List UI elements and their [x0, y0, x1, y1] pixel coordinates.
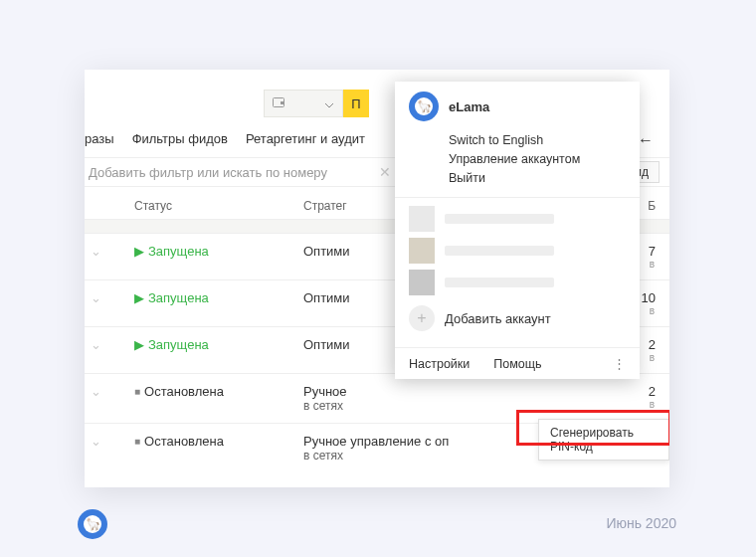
account-name: eLama — [449, 99, 489, 114]
manage-account-link[interactable]: Управление аккаунтом — [449, 152, 626, 166]
play-icon: ▶ — [134, 290, 144, 305]
topbar: П — [264, 90, 369, 117]
stop-icon: ■ — [134, 386, 140, 397]
filter-placeholder: Добавить фильтр или искать по номеру — [89, 165, 327, 180]
tab-retargeting[interactable]: Ретаргетинг и аудит — [246, 131, 365, 146]
play-icon: ▶ — [134, 337, 144, 352]
app-card: П разы Фильтры фидов Ретаргетинг и аудит… — [85, 70, 669, 487]
play-icon: ▶ — [134, 244, 144, 259]
tab-phrases[interactable]: разы — [85, 131, 114, 146]
llama-icon: 🦙 — [84, 515, 101, 533]
generate-pin-button[interactable]: Сгенерировать PIN-код — [538, 419, 669, 461]
kebab-icon[interactable]: ⋮ — [613, 356, 626, 371]
svg-rect-1 — [281, 101, 284, 104]
avatar: 🦙 — [409, 92, 439, 121]
wallet-icon — [273, 96, 286, 111]
plus-icon: + — [409, 305, 435, 331]
back-arrow-icon[interactable]: ← — [638, 131, 654, 149]
tabs-row: разы Фильтры фидов Ретаргетинг и аудит — [85, 131, 365, 146]
clear-icon[interactable]: ✕ — [379, 164, 391, 180]
account-item[interactable] — [409, 206, 626, 232]
help-link[interactable]: Помощь — [493, 357, 541, 371]
brand-logo: 🦙 — [78, 509, 107, 539]
settings-link[interactable]: Настройки — [409, 357, 470, 371]
account-dropdown: 🦙 eLama Switch to English Управление акк… — [395, 82, 640, 379]
tab-feed-filters[interactable]: Фильтры фидов — [132, 131, 228, 146]
yellow-button[interactable]: П — [343, 90, 369, 117]
stop-icon: ■ — [134, 436, 140, 447]
col-status: Статус — [134, 199, 303, 213]
add-account-button[interactable]: + Добавить аккаунт — [409, 301, 626, 339]
table-row[interactable]: ⌄ ■Остановлена Ручноев сетях 2в — [85, 373, 669, 423]
account-item[interactable] — [409, 270, 626, 295]
chevron-down-icon — [324, 96, 334, 111]
col-right: Б — [648, 199, 669, 213]
logout-link[interactable]: Выйти — [449, 171, 626, 185]
llama-icon: 🦙 — [415, 97, 433, 115]
switch-english-link[interactable]: Switch to English — [449, 133, 626, 147]
account-item[interactable] — [409, 238, 626, 264]
footer-date: Июнь 2020 — [606, 515, 676, 531]
wallet-select[interactable] — [264, 90, 343, 117]
